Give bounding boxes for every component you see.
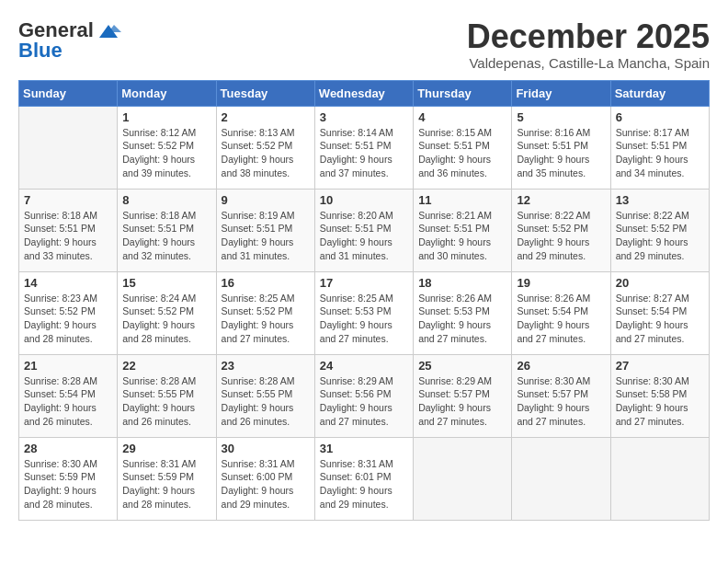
day-detail: Sunrise: 8:30 AMSunset: 5:58 PMDaylight:…	[616, 374, 704, 429]
day-detail: Sunrise: 8:28 AMSunset: 5:55 PMDaylight:…	[122, 374, 210, 429]
calendar-week-row: 7 Sunrise: 8:18 AMSunset: 5:51 PMDayligh…	[19, 189, 710, 271]
calendar-cell: 13 Sunrise: 8:22 AMSunset: 5:52 PMDaylig…	[610, 189, 709, 271]
day-detail: Sunrise: 8:28 AMSunset: 5:55 PMDaylight:…	[222, 374, 310, 429]
day-number: 27	[616, 359, 704, 373]
calendar-week-row: 28 Sunrise: 8:30 AMSunset: 5:59 PMDaylig…	[19, 437, 710, 520]
header-cell-saturday: Saturday	[610, 80, 709, 106]
day-detail: Sunrise: 8:12 AMSunset: 5:52 PMDaylight:…	[122, 126, 210, 180]
calendar-cell: 22 Sunrise: 8:28 AMSunset: 5:55 PMDaylig…	[118, 354, 216, 437]
day-detail: Sunrise: 8:17 AMSunset: 5:51 PMDaylight:…	[616, 126, 704, 180]
day-detail: Sunrise: 8:29 AMSunset: 5:56 PMDaylight:…	[320, 374, 408, 429]
calendar-cell: 7 Sunrise: 8:18 AMSunset: 5:51 PMDayligh…	[19, 189, 118, 271]
day-detail: Sunrise: 8:28 AMSunset: 5:54 PMDaylight:…	[24, 374, 112, 429]
header-cell-tuesday: Tuesday	[216, 80, 314, 106]
day-detail: Sunrise: 8:30 AMSunset: 5:59 PMDaylight:…	[24, 457, 112, 511]
day-number: 28	[24, 442, 112, 455]
day-number: 3	[320, 110, 408, 124]
calendar-cell: 17 Sunrise: 8:25 AMSunset: 5:53 PMDaylig…	[314, 271, 413, 354]
calendar-week-row: 1 Sunrise: 8:12 AMSunset: 5:52 PMDayligh…	[19, 106, 710, 189]
calendar-cell: 8 Sunrise: 8:18 AMSunset: 5:51 PMDayligh…	[118, 189, 216, 271]
day-detail: Sunrise: 8:22 AMSunset: 5:52 PMDaylight:…	[616, 209, 704, 263]
header: General Blue December 2025 Valdepenas, C…	[18, 18, 710, 71]
day-detail: Sunrise: 8:25 AMSunset: 5:52 PMDaylight:…	[222, 292, 310, 346]
calendar-cell	[610, 437, 709, 520]
logo: General Blue	[18, 18, 121, 63]
day-detail: Sunrise: 8:30 AMSunset: 5:57 PMDaylight:…	[517, 374, 605, 429]
header-cell-friday: Friday	[512, 80, 610, 106]
calendar-body: 1 Sunrise: 8:12 AMSunset: 5:52 PMDayligh…	[19, 106, 710, 520]
day-number: 21	[24, 359, 112, 373]
day-detail: Sunrise: 8:15 AMSunset: 5:51 PMDaylight:…	[418, 126, 506, 180]
day-number: 31	[320, 442, 408, 455]
calendar-week-row: 14 Sunrise: 8:23 AMSunset: 5:52 PMDaylig…	[19, 271, 710, 354]
day-number: 18	[418, 276, 506, 290]
day-number: 7	[24, 193, 112, 207]
day-number: 20	[616, 276, 704, 290]
calendar-cell: 18 Sunrise: 8:26 AMSunset: 5:53 PMDaylig…	[414, 271, 512, 354]
calendar-cell: 23 Sunrise: 8:28 AMSunset: 5:55 PMDaylig…	[216, 354, 314, 437]
day-detail: Sunrise: 8:21 AMSunset: 5:51 PMDaylight:…	[418, 209, 506, 263]
day-detail: Sunrise: 8:27 AMSunset: 5:54 PMDaylight:…	[616, 292, 704, 346]
day-detail: Sunrise: 8:29 AMSunset: 5:57 PMDaylight:…	[418, 374, 506, 429]
day-detail: Sunrise: 8:31 AMSunset: 6:01 PMDaylight:…	[320, 457, 408, 511]
day-number: 2	[222, 110, 310, 124]
day-detail: Sunrise: 8:26 AMSunset: 5:53 PMDaylight:…	[418, 292, 506, 346]
day-number: 11	[418, 193, 506, 207]
calendar-cell: 16 Sunrise: 8:25 AMSunset: 5:52 PMDaylig…	[216, 271, 314, 354]
day-number: 9	[222, 193, 310, 207]
day-detail: Sunrise: 8:20 AMSunset: 5:51 PMDaylight:…	[320, 209, 408, 263]
location-title: Valdepenas, Castille-La Mancha, Spain	[467, 55, 710, 71]
day-number: 10	[320, 193, 408, 207]
day-number: 30	[222, 442, 310, 455]
day-detail: Sunrise: 8:13 AMSunset: 5:52 PMDaylight:…	[222, 126, 310, 180]
day-detail: Sunrise: 8:18 AMSunset: 5:51 PMDaylight:…	[122, 209, 210, 263]
header-cell-monday: Monday	[118, 80, 216, 106]
calendar-cell: 21 Sunrise: 8:28 AMSunset: 5:54 PMDaylig…	[19, 354, 118, 437]
day-number: 5	[517, 110, 605, 124]
day-detail: Sunrise: 8:24 AMSunset: 5:52 PMDaylight:…	[122, 292, 210, 346]
calendar-cell	[414, 437, 512, 520]
calendar-cell: 14 Sunrise: 8:23 AMSunset: 5:52 PMDaylig…	[19, 271, 118, 354]
day-detail: Sunrise: 8:16 AMSunset: 5:51 PMDaylight:…	[517, 126, 605, 180]
calendar-cell: 11 Sunrise: 8:21 AMSunset: 5:51 PMDaylig…	[414, 189, 512, 271]
day-detail: Sunrise: 8:23 AMSunset: 5:52 PMDaylight:…	[24, 292, 112, 346]
logo-blue: Blue	[18, 39, 63, 63]
calendar-cell: 9 Sunrise: 8:19 AMSunset: 5:51 PMDayligh…	[216, 189, 314, 271]
day-detail: Sunrise: 8:25 AMSunset: 5:53 PMDaylight:…	[320, 292, 408, 346]
header-cell-thursday: Thursday	[414, 80, 512, 106]
day-detail: Sunrise: 8:31 AMSunset: 6:00 PMDaylight:…	[222, 457, 310, 511]
calendar-cell	[19, 106, 118, 189]
day-number: 12	[517, 193, 605, 207]
day-number: 24	[320, 359, 408, 373]
calendar-cell: 24 Sunrise: 8:29 AMSunset: 5:56 PMDaylig…	[314, 354, 413, 437]
calendar-cell: 20 Sunrise: 8:27 AMSunset: 5:54 PMDaylig…	[610, 271, 709, 354]
calendar-cell: 19 Sunrise: 8:26 AMSunset: 5:54 PMDaylig…	[512, 271, 610, 354]
title-section: December 2025 Valdepenas, Castille-La Ma…	[467, 18, 710, 71]
calendar-table: SundayMondayTuesdayWednesdayThursdayFrid…	[18, 80, 710, 521]
calendar-cell: 15 Sunrise: 8:24 AMSunset: 5:52 PMDaylig…	[118, 271, 216, 354]
header-cell-wednesday: Wednesday	[314, 80, 413, 106]
day-number: 25	[418, 359, 506, 373]
day-number: 14	[24, 276, 112, 290]
day-detail: Sunrise: 8:26 AMSunset: 5:54 PMDaylight:…	[517, 292, 605, 346]
calendar-cell: 30 Sunrise: 8:31 AMSunset: 6:00 PMDaylig…	[216, 437, 314, 520]
day-number: 1	[122, 110, 210, 124]
day-number: 4	[418, 110, 506, 124]
day-number: 8	[122, 193, 210, 207]
calendar-cell: 28 Sunrise: 8:30 AMSunset: 5:59 PMDaylig…	[19, 437, 118, 520]
calendar-cell: 27 Sunrise: 8:30 AMSunset: 5:58 PMDaylig…	[610, 354, 709, 437]
day-detail: Sunrise: 8:22 AMSunset: 5:52 PMDaylight:…	[517, 209, 605, 263]
day-number: 26	[517, 359, 605, 373]
calendar-cell: 25 Sunrise: 8:29 AMSunset: 5:57 PMDaylig…	[414, 354, 512, 437]
day-number: 19	[517, 276, 605, 290]
day-number: 16	[222, 276, 310, 290]
logo-icon	[96, 23, 121, 40]
calendar-header-row: SundayMondayTuesdayWednesdayThursdayFrid…	[19, 80, 710, 106]
calendar-cell: 5 Sunrise: 8:16 AMSunset: 5:51 PMDayligh…	[512, 106, 610, 189]
month-title: December 2025	[467, 18, 710, 55]
day-detail: Sunrise: 8:31 AMSunset: 5:59 PMDaylight:…	[122, 457, 210, 511]
calendar-cell: 31 Sunrise: 8:31 AMSunset: 6:01 PMDaylig…	[314, 437, 413, 520]
calendar-cell: 2 Sunrise: 8:13 AMSunset: 5:52 PMDayligh…	[216, 106, 314, 189]
calendar-cell	[512, 437, 610, 520]
calendar-cell: 6 Sunrise: 8:17 AMSunset: 5:51 PMDayligh…	[610, 106, 709, 189]
